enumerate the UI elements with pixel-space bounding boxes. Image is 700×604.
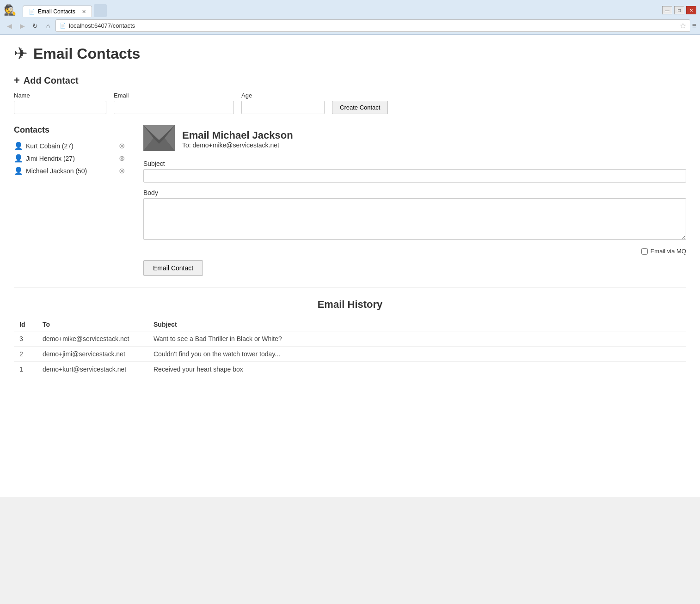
email-to-address: To: demo+mike@servicestack.net <box>182 141 293 149</box>
header-row: Id To Subject <box>14 318 686 331</box>
col-header-id: Id <box>14 318 37 331</box>
subject-input[interactable] <box>143 169 686 183</box>
table-row: 1 demo+kurt@servicestack.net Received yo… <box>14 362 686 377</box>
email-input[interactable] <box>114 101 234 114</box>
page-content: ✈ Email Contacts + Add Contact Name Emai… <box>0 35 700 497</box>
remove-contact-button[interactable]: ⊗ <box>119 166 125 175</box>
row-id: 3 <box>14 331 37 347</box>
contacts-list: 👤 Kurt Cobain (27) ⊗ 👤 Jimi Hendrix (27)… <box>14 140 125 177</box>
body-field-wrapper: Body <box>143 189 686 241</box>
tab-bar: 📄 Email Contacts ✕ <box>19 4 662 17</box>
url-text: localhost:64077/contacts <box>69 22 677 29</box>
add-contact-section: + Add Contact Name Email Age Create Cont… <box>14 74 686 114</box>
add-icon: + <box>14 74 20 86</box>
minimize-button[interactable]: — <box>662 6 672 14</box>
page-title-icon: ✈ <box>14 44 28 63</box>
title-bar: 🕵️ 📄 Email Contacts ✕ — □ ✕ <box>0 0 700 18</box>
email-contact-button[interactable]: Email Contact <box>143 260 203 276</box>
history-heading: Email History <box>14 299 686 311</box>
email-header: Email Michael Jackson To: demo+mike@serv… <box>143 125 686 153</box>
subject-label: Subject <box>143 160 686 167</box>
new-tab-button[interactable] <box>94 4 107 17</box>
tab-close-button[interactable]: ✕ <box>82 9 86 15</box>
browser-menu-icon[interactable]: ≡ <box>692 22 696 30</box>
window-controls: — □ ✕ <box>662 6 696 14</box>
row-subject: Couldn't find you on the watch tower tod… <box>148 347 686 362</box>
browser-chrome: 🕵️ 📄 Email Contacts ✕ — □ ✕ ◀ ▶ ↻ ⌂ 📄 lo… <box>0 0 700 35</box>
active-tab[interactable]: 📄 Email Contacts ✕ <box>23 6 92 17</box>
email-field-group: Email <box>114 92 234 114</box>
name-field-group: Name <box>14 92 106 114</box>
row-subject: Want to see a Bad Thriller in Black or W… <box>148 331 686 347</box>
row-to: demo+kurt@servicestack.net <box>37 362 148 377</box>
add-contact-label: Add Contact <box>24 75 79 86</box>
table-row: 2 demo+jimi@servicestack.net Couldn't fi… <box>14 347 686 362</box>
email-title-group: Email Michael Jackson To: demo+mike@serv… <box>182 129 293 149</box>
tab-icon: 📄 <box>29 9 35 15</box>
name-label: Name <box>14 92 106 99</box>
envelope-svg <box>143 125 175 151</box>
row-id: 1 <box>14 362 37 377</box>
contact-name: Kurt Cobain (27) <box>26 142 116 150</box>
main-layout: Contacts 👤 Kurt Cobain (27) ⊗ 👤 Jimi Hen… <box>14 125 686 276</box>
forward-button[interactable]: ▶ <box>17 20 28 31</box>
remove-contact-button[interactable]: ⊗ <box>119 154 125 163</box>
body-label: Body <box>143 189 686 196</box>
person-icon: 👤 <box>14 141 23 150</box>
col-header-to: To <box>37 318 148 331</box>
row-to: demo+mike@servicestack.net <box>37 331 148 347</box>
address-bar[interactable]: 📄 localhost:64077/contacts ☆ <box>55 19 690 32</box>
name-input[interactable] <box>14 101 106 114</box>
email-envelope-icon <box>143 125 175 153</box>
tab-title: Email Contacts <box>38 8 75 15</box>
back-button[interactable]: ◀ <box>4 20 15 31</box>
person-icon: 👤 <box>14 154 23 163</box>
email-via-mq-checkbox[interactable] <box>641 248 648 255</box>
remove-contact-button[interactable]: ⊗ <box>119 141 125 150</box>
row-to: demo+jimi@servicestack.net <box>37 347 148 362</box>
row-subject: Received your heart shape box <box>148 362 686 377</box>
add-contact-heading: + Add Contact <box>14 74 686 86</box>
close-button[interactable]: ✕ <box>686 6 696 14</box>
contact-item[interactable]: 👤 Kurt Cobain (27) ⊗ <box>14 140 125 152</box>
contact-name: Michael Jackson (50) <box>26 167 116 175</box>
contact-name: Jimi Hendrix (27) <box>26 155 116 162</box>
contact-item[interactable]: 👤 Jimi Hendrix (27) ⊗ <box>14 152 125 165</box>
home-button[interactable]: ⌂ <box>43 20 54 31</box>
refresh-button[interactable]: ↻ <box>30 20 41 31</box>
subject-field-wrapper: Subject <box>143 160 686 183</box>
email-section: Email Michael Jackson To: demo+mike@serv… <box>143 125 686 276</box>
person-icon: 👤 <box>14 166 23 175</box>
table-body: 3 demo+mike@servicestack.net Want to see… <box>14 331 686 377</box>
email-history-table: Id To Subject 3 demo+mike@servicestack.n… <box>14 318 686 377</box>
section-divider <box>14 287 686 287</box>
contact-item[interactable]: 👤 Michael Jackson (50) ⊗ <box>14 165 125 177</box>
age-label: Age <box>241 92 325 99</box>
browser-logo: 🕵️ <box>4 4 16 16</box>
body-textarea[interactable] <box>143 198 686 240</box>
create-contact-button[interactable]: Create Contact <box>332 101 388 114</box>
table-header: Id To Subject <box>14 318 686 331</box>
email-label: Email <box>114 92 234 99</box>
maximize-button[interactable]: □ <box>674 6 684 14</box>
page-icon: 📄 <box>60 23 66 29</box>
nav-bar: ◀ ▶ ↻ ⌂ 📄 localhost:64077/contacts ☆ ≡ <box>0 18 700 34</box>
age-field-group: Age <box>241 92 325 114</box>
page-title-row: ✈ Email Contacts <box>14 44 686 63</box>
mq-label: Email via MQ <box>651 248 686 255</box>
contacts-section: Contacts 👤 Kurt Cobain (27) ⊗ 👤 Jimi Hen… <box>14 125 125 276</box>
bookmark-icon[interactable]: ☆ <box>680 21 686 30</box>
email-contact-name: Email Michael Jackson <box>182 129 293 141</box>
add-contact-form: Name Email Age Create Contact <box>14 92 686 114</box>
col-header-subject: Subject <box>148 318 686 331</box>
page-title: Email Contacts <box>33 45 140 62</box>
email-history-section: Email History Id To Subject 3 demo+mike@… <box>14 299 686 377</box>
mq-row: Email via MQ <box>143 248 686 255</box>
age-input[interactable] <box>241 101 325 114</box>
contacts-heading: Contacts <box>14 125 125 135</box>
row-id: 2 <box>14 347 37 362</box>
table-row: 3 demo+mike@servicestack.net Want to see… <box>14 331 686 347</box>
